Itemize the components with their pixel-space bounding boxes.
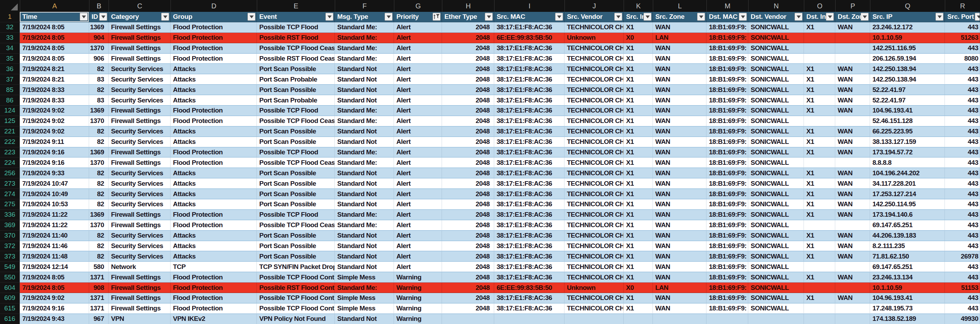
cell-D221[interactable]: Attacks [170,126,257,137]
cell-P275[interactable]: WAN [835,199,870,210]
cell-A33[interactable]: 7/19/2024 8:05 [20,33,89,43]
cell-Q549[interactable]: 69.147.65.251 [870,262,945,272]
cell-B372[interactable]: 82 [89,241,108,252]
column-letter-C[interactable]: C [109,0,171,12]
cell-N34[interactable]: SONICWALL [748,43,804,54]
cell-O125[interactable] [804,116,835,126]
cell-D86[interactable]: Attacks [170,95,257,105]
cell-F373[interactable]: Standard Not [335,251,394,262]
cell-H370[interactable]: 2048 [442,231,494,241]
cell-L370[interactable]: WAN [653,231,706,241]
cell-M223[interactable]: 18:B1:69:F9: [706,147,748,158]
cell-E33[interactable]: Possible RST Flood [257,33,335,43]
cell-E550[interactable]: Possible TCP Flood Continues [257,272,335,283]
cell-E370[interactable]: Port Scan Possible [257,231,335,241]
cell-B370[interactable]: 82 [89,231,108,241]
cell-C221[interactable]: Security Services [108,126,170,137]
cell-M616[interactable] [706,314,748,324]
cell-R549[interactable]: 443 [945,262,980,272]
cell-G221[interactable]: Alert [394,126,442,137]
cell-M550[interactable]: 18:B1:69:F9: [706,272,748,283]
cell-K273[interactable]: X1 [624,179,653,189]
cell-O221[interactable]: X1 [804,126,835,137]
cell-C36[interactable]: Security Services [108,64,170,74]
cell-M372[interactable]: 18:B1:69:F9: [706,241,748,252]
cell-J273[interactable]: TECHNICOLOR CH USA [565,179,624,189]
cell-E615[interactable]: Possible TCP Flood Continues [257,303,335,314]
cell-K615[interactable]: X1 [624,303,653,314]
row-header-550[interactable]: 550 [0,272,20,283]
cell-F609[interactable]: Simple Mess [335,293,394,303]
cell-F549[interactable]: Standard Not [335,262,394,272]
row-header-615[interactable]: 615 [0,303,20,314]
cell-A224[interactable]: 7/19/2024 9:16 [20,158,89,168]
cell-A256[interactable]: 7/19/2024 9:33 [20,168,89,179]
column-letter-H[interactable]: H [442,0,495,12]
cell-O550[interactable]: X1 [804,272,835,283]
cell-C33[interactable]: Firewall Settings [108,33,170,43]
cell-A549[interactable]: 7/19/2024 12:14 [20,262,89,272]
cell-P124[interactable]: WAN [835,105,870,116]
cell-H336[interactable]: 2048 [442,210,494,220]
cell-L224[interactable]: WAN [653,158,706,168]
cell-G336[interactable]: Alert [394,210,442,220]
column-letter-J[interactable]: J [565,0,624,12]
cell-F222[interactable]: Standard Not [335,137,394,147]
column-letter-K[interactable]: K [624,0,653,12]
cell-H275[interactable]: 2048 [442,199,494,210]
cell-F336[interactable]: Standard Me: [335,210,394,220]
cell-H222[interactable]: 2048 [442,137,494,147]
cell-G86[interactable]: Alert [394,95,442,105]
cell-R370[interactable]: 443 [945,231,980,241]
cell-P616[interactable] [835,314,870,324]
cell-M34[interactable]: 18:B1:69:F9: [706,43,748,54]
row-header-125[interactable]: 125 [0,116,20,126]
cell-E35[interactable]: Possible RST Flood Ceased [257,54,335,64]
column-letter-P[interactable]: P [835,0,870,12]
column-header-dst-mac[interactable]: Dst. MAC [706,12,748,22]
cell-M32[interactable]: 18:B1:69:F9: [706,22,748,33]
cell-E372[interactable]: Port Scan Possible [257,241,335,252]
cell-L609[interactable]: WAN [653,293,706,303]
cell-Q224[interactable]: 8.8.8.8 [870,158,945,168]
cell-R36[interactable]: 443 [945,64,980,74]
cell-J32[interactable]: TECHNICOLOR CH USA [565,22,624,33]
cell-R275[interactable]: 443 [945,199,980,210]
cell-F372[interactable]: Standard Not [335,241,394,252]
cell-D37[interactable]: Attacks [170,74,257,85]
column-header-src-vendor[interactable]: Src. Vendor [565,12,624,22]
column-header-src-zone[interactable]: Src. Zone [653,12,706,22]
cell-L373[interactable]: WAN [653,251,706,262]
cell-G373[interactable]: Alert [394,251,442,262]
column-header-category[interactable]: Category [108,12,170,22]
cell-R32[interactable]: 443 [945,22,980,33]
cell-C85[interactable]: Security Services [108,85,170,95]
cell-N273[interactable]: SONICWALL [748,179,804,189]
cell-D604[interactable]: Flood Protection [170,283,257,293]
cell-P372[interactable]: WAN [835,241,870,252]
cell-N616[interactable] [748,314,804,324]
cell-Q609[interactable]: 104.96.193.41 [870,293,945,303]
cell-K274[interactable]: X1 [624,189,653,199]
cell-L36[interactable]: WAN [653,64,706,74]
cell-I616[interactable] [494,314,565,324]
column-header-src-port[interactable]: Src. Port [945,12,980,22]
cell-F86[interactable]: Standard Not [335,95,394,105]
cell-E256[interactable]: Port Scan Possible [257,168,335,179]
cell-A615[interactable]: 7/19/2024 9:16 [20,303,89,314]
cell-Q223[interactable]: 173.194.57.72 [870,147,945,158]
row-header-274[interactable]: 274 [0,189,20,199]
cell-I550[interactable]: 38:17:E1:F8:AC:36 [494,272,565,283]
cell-I36[interactable]: 38:17:E1:F8:AC:36 [494,64,565,74]
cell-P273[interactable]: WAN [835,179,870,189]
cell-P37[interactable]: WAN [835,74,870,85]
cell-P609[interactable]: WAN [835,293,870,303]
cell-G37[interactable]: Alert [394,74,442,85]
row-header-609[interactable]: 609 [0,293,20,303]
cell-R604[interactable]: 51153 [945,283,980,293]
cell-G615[interactable]: Warning [394,303,442,314]
cell-N549[interactable]: SONICWALL [748,262,804,272]
cell-M221[interactable]: 18:B1:69:F9: [706,126,748,137]
cell-J37[interactable]: TECHNICOLOR CH USA [565,74,624,85]
cell-Q336[interactable]: 173.194.140.6 [870,210,945,220]
